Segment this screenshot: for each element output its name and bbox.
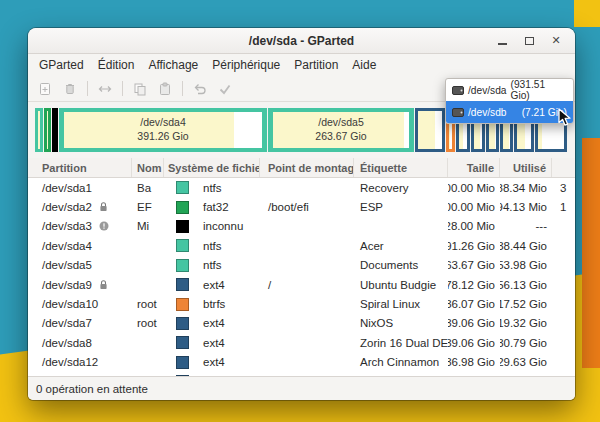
undo-icon (193, 82, 207, 96)
size-cell: 39.06 Gio (448, 337, 500, 349)
filesystem-color-swatch (176, 356, 189, 369)
lock-icon (99, 280, 108, 290)
table-row[interactable]: /dev/sda10rootbtrfsSpiral Linux36.07 Gio… (28, 294, 575, 313)
partition-label: /dev/sda5 (318, 116, 364, 130)
label-cell: Arch Cinnamon (354, 356, 448, 368)
used-cell: 253.98 Gio (500, 259, 552, 271)
table-header: PartitionNomSystème de fichiersPoint de … (28, 158, 575, 178)
minimize-button[interactable] (495, 34, 509, 48)
table-row[interactable]: /dev/sda8ext4Zorin 16 Dual DE39.06 Gio30… (28, 333, 575, 352)
label-cell: Ubuntu Budgie (354, 279, 448, 291)
device-name: /dev/sdb (468, 107, 507, 118)
filesystem-color-swatch (176, 259, 189, 272)
table-row[interactable]: /dev/sda1BantfsRecovery600.00 Mio288.34 … (28, 178, 575, 197)
unused-cell: 1 (552, 201, 575, 213)
titlebar[interactable]: /dev/sda - GParted ✕ (28, 28, 575, 54)
disk-partition-block-dev-sda1[interactable] (35, 108, 43, 152)
apply-button[interactable] (214, 79, 236, 99)
filesystem-color-swatch (176, 181, 189, 194)
partition-cell: /dev/sda12 (28, 356, 132, 368)
used-cell: 17.52 Gio (500, 298, 552, 310)
resize-move-button[interactable] (94, 79, 116, 99)
maximize-button[interactable] (522, 34, 536, 48)
label-cell: NixOS (354, 317, 448, 329)
close-button[interactable]: ✕ (549, 34, 563, 48)
table-row[interactable]: /dev/sda5ntfsDocuments263.67 Gio253.98 G… (28, 256, 575, 275)
new-partition-button[interactable] (34, 79, 56, 99)
disk-partition-block-dev-sda2[interactable] (44, 108, 51, 152)
toolbar-separator (87, 81, 88, 96)
partition-label: 263.67 Gio (315, 130, 366, 144)
used-cell: --- (500, 220, 552, 232)
table-row[interactable]: /dev/sda7rootext4NixOS39.06 Gio19.32 Gio (28, 314, 575, 333)
new-partition-icon (38, 82, 52, 96)
label-cell: Spiral Linux (354, 298, 448, 310)
filesystem-cell: ext4 (164, 336, 260, 349)
disk-partition-block-dev-sda4[interactable]: /dev/sda4391.26 Gio (59, 108, 267, 152)
menu-item-affichage[interactable]: Affichage (141, 56, 205, 74)
status-bar: 0 opération en attente (28, 376, 575, 400)
device-option-dev-sda[interactable]: /dev/sda(931.51 Gio) (446, 79, 573, 101)
close-icon: ✕ (551, 34, 560, 47)
column-header-overflow[interactable] (552, 158, 575, 177)
delete-partition-button[interactable] (59, 79, 81, 99)
filesystem-color-swatch (176, 220, 189, 233)
used-cell: 194.13 Mio (500, 201, 552, 213)
filesystem-color-swatch (176, 278, 189, 291)
table-row[interactable]: /dev/sda4ntfsAcer391.26 Gio338.44 Gio (28, 236, 575, 255)
label-cell: Zorin 16 Dual DE (354, 337, 448, 349)
disk-partition-block-dev-sda9[interactable] (415, 108, 445, 152)
menu-item-aide[interactable]: Aide (345, 56, 383, 74)
label-cell: Acer (354, 240, 448, 252)
column-header-partition[interactable]: Partition (28, 158, 132, 177)
resize-move-icon (98, 82, 112, 96)
table-row[interactable]: /dev/sda9ext4/Ubuntu Budgie78.12 Gio56.1… (28, 275, 575, 294)
disk-partition-block-dev-sda3[interactable] (52, 108, 58, 152)
menu-item-peripherique[interactable]: Périphérique (205, 56, 287, 74)
warning-icon (99, 221, 109, 231)
toolbar-separator (122, 81, 123, 96)
column-header-systeme-de-fichiers[interactable]: Système de fichiers (164, 158, 260, 177)
apply-icon (218, 82, 232, 96)
used-cell: 19.32 Gio (500, 317, 552, 329)
column-header-point-de-montage[interactable]: Point de montage (260, 158, 354, 177)
partition-cell: /dev/sda3 (28, 220, 132, 232)
column-header-utilise[interactable]: Utilisé (500, 158, 552, 177)
partition-label: 391.26 Gio (137, 130, 188, 144)
column-header-nom[interactable]: Nom (132, 158, 164, 177)
device-size: (931.51 Gio) (511, 79, 567, 101)
wallpaper-orange-stripe (582, 138, 600, 368)
filesystem-cell: ext4 (164, 317, 260, 330)
used-cell: 29.63 Gio (500, 356, 552, 368)
mountpoint-cell: / (260, 279, 354, 291)
undo-button[interactable] (189, 79, 211, 99)
copy-button[interactable] (129, 79, 151, 99)
column-header-etiquette[interactable]: Étiquette (354, 158, 448, 177)
size-cell: 263.67 Gio (448, 259, 500, 271)
filesystem-cell: ntfs (164, 239, 260, 252)
menu-bar: GPartedÉditionAffichagePériphériqueParti… (28, 54, 575, 76)
size-cell: 128.00 Mio (448, 220, 500, 232)
paste-button[interactable] (154, 79, 176, 99)
table-row[interactable]: /dev/sda2EFfat32/boot/efiESP300.00 Mio19… (28, 197, 575, 216)
gparted-window: /dev/sda - GParted ✕ GPartedÉditionAffic… (28, 28, 575, 400)
menu-item-edition[interactable]: Édition (91, 56, 142, 74)
lock-icon (99, 202, 108, 212)
disk-partition-block-dev-sda5[interactable]: /dev/sda5263.67 Gio (268, 108, 414, 152)
device-option-dev-sdb[interactable]: /dev/sdb(7.21 Gio) (446, 101, 573, 123)
partition-label: /dev/sda4 (140, 116, 186, 130)
name-cell: Ba (132, 182, 164, 194)
table-row[interactable]: /dev/sda12ext4Arch Cinnamon36.98 Gio29.6… (28, 353, 575, 372)
menu-item-partition[interactable]: Partition (287, 56, 345, 74)
filesystem-color-swatch (176, 201, 189, 214)
mouse-cursor (558, 108, 571, 131)
table-row[interactable]: /dev/sda3Miinconnu128.00 Mio--- (28, 217, 575, 236)
filesystem-cell: ntfs (164, 181, 260, 194)
filesystem-cell: btrfs (164, 298, 260, 311)
column-header-taille[interactable]: Taille (448, 158, 500, 177)
table-body: /dev/sda1BantfsRecovery600.00 Mio288.34 … (28, 178, 575, 376)
status-text: 0 opération en attente (36, 383, 148, 395)
partition-cell: /dev/sda9 (28, 279, 132, 291)
used-cell: 56.13 Gio (500, 279, 552, 291)
menu-item-gparted[interactable]: GParted (32, 56, 91, 74)
